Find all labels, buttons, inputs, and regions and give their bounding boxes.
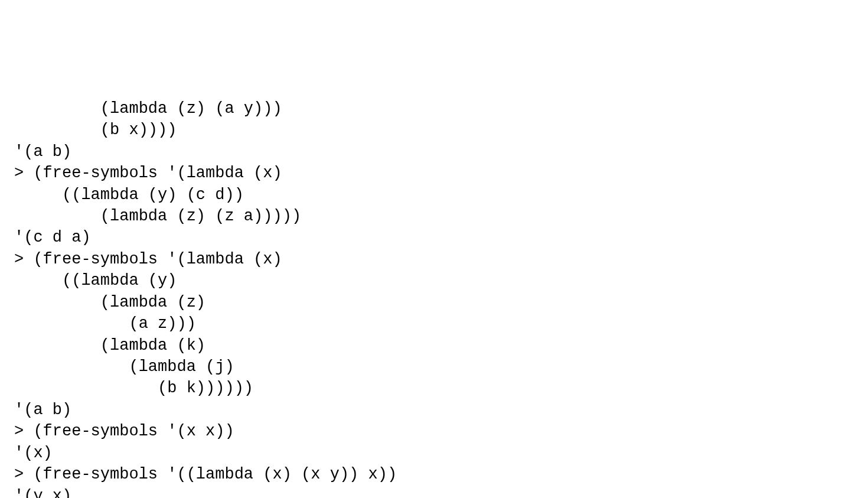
code-listing: (lambda (z) (a y))) (b x)))) '(a b) > (f…: [14, 98, 854, 498]
